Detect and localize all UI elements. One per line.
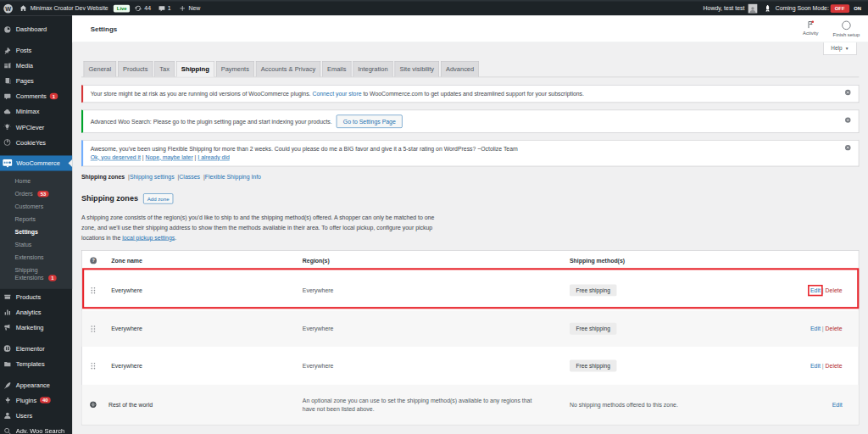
svg-text:?: ? xyxy=(92,258,94,263)
svg-text:W: W xyxy=(5,5,11,13)
